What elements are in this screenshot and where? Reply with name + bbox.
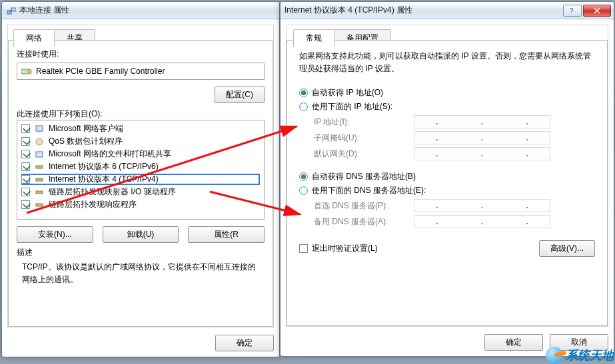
window-title-left: 本地连接 属性 bbox=[19, 5, 277, 16]
radio-manual-ip[interactable]: 使用下面的 IP 地址(S): bbox=[299, 101, 595, 112]
items-label: 此连接使用下列项目(O): bbox=[17, 108, 265, 120]
description-text: TCP/IP。该协议是默认的广域网络协议，它提供在不同相互连接的网络上的通讯。 bbox=[22, 261, 259, 286]
svg-rect-4 bbox=[28, 71, 31, 73]
watermark-text: 系统天地 bbox=[566, 347, 614, 363]
tab-network[interactable]: 网络 bbox=[13, 29, 55, 47]
svg-text:?: ? bbox=[570, 7, 574, 14]
watermark: 系统天地 bbox=[546, 347, 614, 364]
network-icon bbox=[6, 5, 17, 16]
adapter-name: Realtek PCIe GBE Family Controller bbox=[36, 67, 165, 76]
preferred-dns-label: 首选 DNS 服务器(P): bbox=[314, 200, 414, 212]
install-button[interactable]: 安装(N)... bbox=[17, 226, 93, 243]
radio-icon[interactable] bbox=[299, 89, 308, 97]
ok-button-right[interactable]: 确定 bbox=[484, 334, 543, 351]
ip-address-label: IP 地址(I): bbox=[314, 116, 414, 128]
preferred-dns-input[interactable]: ... bbox=[414, 199, 550, 212]
globe-icon bbox=[546, 347, 563, 364]
alternate-dns-input[interactable]: ... bbox=[414, 215, 550, 228]
radio-manual-dns[interactable]: 使用下面的 DNS 服务器地址(E): bbox=[299, 185, 595, 196]
tab-general[interactable]: 常规 bbox=[293, 29, 334, 47]
ip-address-input[interactable]: ... bbox=[414, 115, 550, 128]
default-gateway-label: 默认网关(D): bbox=[314, 148, 414, 160]
radio-auto-dns[interactable]: 自动获得 DNS 服务器地址(B) bbox=[299, 171, 595, 182]
subnet-mask-input[interactable]: ... bbox=[414, 131, 550, 144]
checkbox-icon[interactable] bbox=[299, 244, 308, 253]
subnet-mask-label: 子网掩码(U): bbox=[314, 132, 414, 144]
adapter-field[interactable]: Realtek PCIe GBE Family Controller bbox=[17, 63, 265, 80]
annotation-arrow-lower bbox=[207, 186, 307, 223]
properties-button[interactable]: 属性(R bbox=[188, 226, 265, 243]
window-title-right: Internet 协议版本 4 (TCP/IPv4) 属性 bbox=[285, 5, 563, 16]
ok-button-left[interactable]: 确定 bbox=[215, 335, 274, 351]
uninstall-button[interactable]: 卸载(U) bbox=[103, 226, 179, 243]
tcpipv4-properties-window: Internet 协议版本 4 (TCP/IPv4) 属性 ? 常规 备用配置 … bbox=[280, 1, 614, 357]
advanced-button[interactable]: 高级(V)... bbox=[539, 240, 595, 257]
adapter-icon bbox=[21, 67, 32, 75]
svg-line-17 bbox=[210, 192, 300, 214]
titlebar-right[interactable]: Internet 协议版本 4 (TCP/IPv4) 属性 ? bbox=[281, 2, 614, 19]
connect-using-label: 连接时使用: bbox=[17, 49, 265, 60]
validate-on-exit-checkbox[interactable]: 退出时验证设置(L) bbox=[299, 243, 539, 254]
radio-auto-ip[interactable]: 自动获得 IP 地址(O) bbox=[299, 87, 595, 98]
alternate-dns-label: 备用 DNS 服务器(A): bbox=[314, 216, 414, 228]
default-gateway-input[interactable]: ... bbox=[414, 147, 550, 160]
radio-icon[interactable] bbox=[299, 102, 308, 111]
titlebar-left[interactable]: 本地连接 属性 bbox=[2, 2, 279, 19]
description-label: 描述 bbox=[17, 247, 265, 258]
help-button[interactable]: ? bbox=[563, 5, 582, 17]
intro-text: 如果网络支持此功能，则可以获取自动指派的 IP 设置。否则，您需要从网络系统管理… bbox=[299, 50, 595, 75]
configure-button[interactable]: 配置(C) bbox=[215, 87, 265, 103]
close-button[interactable] bbox=[583, 5, 611, 17]
